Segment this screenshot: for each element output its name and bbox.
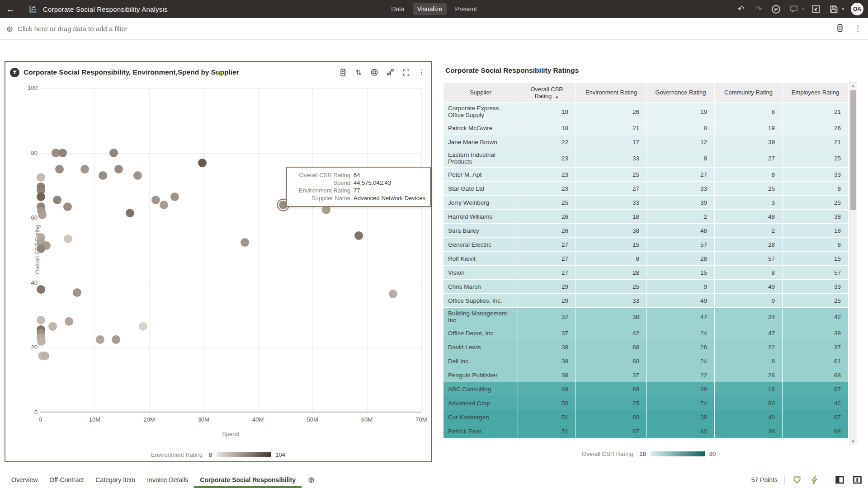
rating-cell[interactable]: 33 (576, 149, 647, 168)
scatter-point[interactable] (151, 196, 160, 204)
sort-icon[interactable] (354, 68, 363, 77)
scatter-point[interactable] (37, 337, 46, 346)
supplier-cell[interactable]: Building Management Inc. (443, 308, 518, 326)
rating-cell[interactable]: 21 (783, 103, 849, 121)
rating-cell[interactable]: 27 (518, 252, 576, 266)
table-row[interactable]: Rolf Kievit278285715 (443, 252, 849, 266)
traffic-light-icon[interactable] (836, 23, 844, 34)
supplier-cell[interactable]: Dell Inc. (443, 354, 518, 368)
table-scrollbar[interactable]: ▲ ▼ (849, 82, 857, 445)
rating-cell[interactable]: 18 (715, 382, 783, 396)
rating-cell[interactable]: 39 (647, 196, 715, 210)
supplier-cell[interactable]: Patrick McGwire (443, 121, 518, 135)
rating-cell[interactable]: 8 (715, 266, 783, 280)
rating-cell[interactable]: 8 (783, 182, 849, 196)
rating-cell[interactable]: 8 (647, 149, 715, 168)
rating-cell[interactable]: 40 (647, 424, 715, 438)
rating-cell[interactable]: 22 (647, 368, 715, 382)
table-row[interactable]: General Electric271557288 (443, 238, 849, 252)
rating-cell[interactable]: 68 (576, 340, 647, 354)
rating-cell[interactable]: 9 (647, 280, 715, 294)
column-header[interactable]: Employees Rating (783, 83, 849, 103)
table-row[interactable]: Harrold Williams261824838 (443, 210, 849, 224)
canvas-tab-category-item[interactable]: Category Item (90, 471, 141, 488)
scatter-point[interactable] (63, 202, 72, 211)
rating-cell[interactable]: 33 (647, 182, 715, 196)
scatter-point[interactable] (37, 173, 45, 182)
presence-icon[interactable] (771, 4, 782, 14)
column-header[interactable]: Overall CSR Rating▲ (518, 83, 576, 103)
save-icon[interactable] (828, 4, 839, 14)
rating-cell[interactable]: 50 (518, 396, 576, 410)
rating-cell[interactable]: 22 (715, 340, 783, 354)
table-row[interactable]: Office Depot, Inc3742244738 (443, 326, 849, 340)
rating-cell[interactable]: 38 (518, 340, 576, 354)
column-header[interactable]: Environment Rating (576, 83, 647, 103)
rating-cell[interactable]: 25 (576, 168, 647, 182)
rating-cell[interactable]: 15 (647, 266, 715, 280)
rating-cell[interactable]: 68 (783, 368, 849, 382)
kebab-menu-icon[interactable]: ⋮ (854, 25, 862, 33)
rating-cell[interactable]: 61 (783, 354, 849, 368)
scatter-point[interactable] (112, 335, 120, 344)
rating-cell[interactable]: 74 (647, 396, 715, 410)
canvas-tab-invoice-details[interactable]: Invoice Details (141, 471, 194, 488)
rating-cell[interactable]: 8 (783, 238, 849, 252)
scatter-point[interactable] (109, 149, 118, 157)
filter-funnel-icon[interactable] (10, 68, 19, 77)
rating-cell[interactable]: 60 (715, 396, 783, 410)
avatar[interactable]: OA (851, 3, 863, 15)
table-row[interactable]: Star Gate Ltd232733258 (443, 182, 849, 196)
rating-cell[interactable]: 24 (715, 308, 783, 326)
scatter-point[interactable] (55, 165, 64, 174)
rating-cell[interactable]: 29 (518, 280, 576, 294)
scatter-point[interactable] (48, 322, 57, 331)
scatter-point[interactable] (73, 288, 81, 297)
maximize-icon[interactable] (401, 68, 410, 77)
rating-cell[interactable]: 42 (576, 326, 647, 340)
rating-cell[interactable]: 39 (715, 135, 783, 149)
table-row[interactable]: Jerry Weinberg253339325 (443, 196, 849, 210)
rating-cell[interactable]: 8 (647, 121, 715, 135)
scatter-point[interactable] (37, 285, 45, 294)
panel-left-toggle-icon[interactable] (834, 474, 845, 485)
rating-cell[interactable]: 51 (518, 424, 576, 438)
rating-cell[interactable]: 27 (647, 168, 715, 182)
supplier-cell[interactable]: ABC Consulting (443, 382, 518, 396)
rating-cell[interactable]: 33 (783, 280, 849, 294)
rating-cell[interactable]: 18 (783, 224, 849, 238)
supplier-cell[interactable]: Corporate Express Office Supply (443, 103, 518, 121)
scatter-point[interactable] (198, 159, 207, 167)
supplier-cell[interactable]: Sara Bailey (443, 224, 518, 238)
rating-cell[interactable]: 60 (576, 410, 647, 424)
data-brush-icon[interactable] (792, 474, 802, 485)
table-row[interactable]: Jane Marie Brown2217123921 (443, 135, 849, 149)
table-row[interactable]: Corporate Express Office Supply182619821 (443, 103, 849, 121)
rating-cell[interactable]: 33 (576, 196, 647, 210)
scroll-up-icon[interactable]: ▲ (849, 84, 857, 88)
rating-cell[interactable]: 28 (576, 266, 647, 280)
chart-type-icon[interactable] (386, 68, 395, 77)
scrollbar-thumb[interactable] (850, 90, 856, 210)
rating-cell[interactable]: 49 (647, 294, 715, 308)
supplier-cell[interactable]: Chris Marsh (443, 280, 518, 294)
rating-cell[interactable]: 24 (647, 326, 715, 340)
rating-cell[interactable]: 37 (576, 368, 647, 382)
table-row[interactable]: Building Management Inc.3738472442 (443, 308, 849, 326)
rating-cell[interactable]: 47 (715, 326, 783, 340)
scroll-down-icon[interactable]: ▼ (849, 439, 857, 444)
rating-cell[interactable]: 25 (715, 182, 783, 196)
rating-cell[interactable]: 47 (647, 308, 715, 326)
sort-ascending-icon[interactable]: ▲ (555, 94, 559, 99)
mode-tab-visualize[interactable]: Visualize (413, 3, 447, 15)
rating-cell[interactable]: 69 (576, 382, 647, 396)
redo-icon[interactable]: ↷ (753, 4, 764, 14)
supplier-cell[interactable]: Vision (443, 266, 518, 280)
supplier-cell[interactable]: Penguin Publisher (443, 368, 518, 382)
table-row[interactable]: Eastern Industrial Products233382725 (443, 149, 849, 168)
canvas-tab-off-contract[interactable]: Off-Contract (43, 471, 90, 488)
rating-cell[interactable]: 25 (783, 294, 849, 308)
bullseye-icon[interactable] (370, 68, 379, 77)
rating-cell[interactable]: 26 (518, 210, 576, 224)
add-filter-icon[interactable]: ⊕ (6, 25, 13, 33)
